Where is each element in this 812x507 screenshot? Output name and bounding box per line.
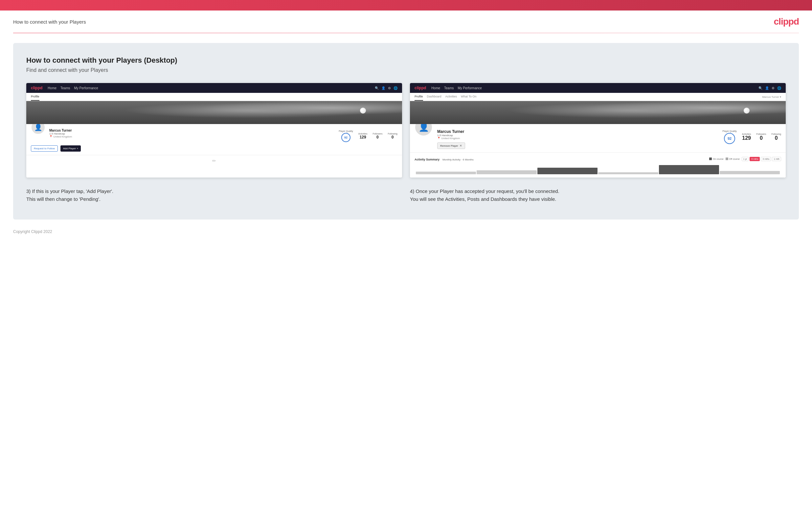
time-btn-1yr[interactable]: 1 yr	[742, 157, 749, 161]
activity-title: Activity Summary	[414, 158, 440, 161]
stat-value-following-2: 0	[775, 135, 778, 141]
top-bar	[0, 0, 812, 10]
nav-my-performance-1[interactable]: My Performance	[74, 86, 98, 90]
activity-controls: On course Off course 1 yr 6 mths 3 mths …	[709, 157, 781, 161]
tab-dashboard-2[interactable]: Dashboard	[427, 93, 442, 101]
profile-location-1: 📍 United Kingdom	[49, 135, 335, 138]
desc-text-2: 4) Once your Player has accepted your re…	[410, 187, 786, 203]
stat-following-1: Following 0	[388, 132, 398, 139]
main-heading: How to connect with your Players (Deskto…	[26, 56, 786, 65]
user-icon-2[interactable]: 👤	[765, 86, 769, 90]
stat-label-activities-2: Activities	[742, 133, 751, 135]
quality-circle-1: 92	[341, 133, 351, 142]
app-logo-1: clippd	[31, 86, 42, 90]
main-content: How to connect with your Players (Deskto…	[13, 43, 799, 220]
banner-image-2	[410, 101, 786, 124]
profile-handicap-1: 1-5 Handicap	[49, 132, 335, 135]
nav-teams-1[interactable]: Teams	[60, 86, 70, 90]
time-buttons: 1 yr 6 mths 3 mths 1 mth	[742, 157, 781, 161]
tab-activities-2[interactable]: Activities	[445, 93, 457, 101]
stat-activities-1: Activities 129	[358, 132, 367, 139]
svg-rect-1	[726, 158, 728, 160]
tab-profile-2[interactable]: Profile	[414, 93, 423, 101]
player-quality-label-2: Player Quality	[722, 130, 737, 132]
screenshot-bottom-1: ✏	[26, 155, 402, 166]
stat-following-2: Following 0	[771, 133, 781, 141]
screenshot-2: clippd Home Teams My Performance 🔍 👤 ⚙ 🌐…	[410, 83, 786, 177]
chart-bar-4	[598, 172, 658, 174]
page-title: How to connect with your Players	[13, 19, 86, 24]
nav-home-1[interactable]: Home	[48, 86, 56, 90]
settings-icon-1[interactable]: ⚙	[388, 86, 391, 90]
stat-followers-1: Followers 0	[372, 132, 383, 139]
chart-bar-6	[720, 171, 780, 174]
stat-value-activities-1: 129	[360, 135, 366, 139]
stat-value-followers-2: 0	[760, 135, 763, 141]
app-navbar-1: clippd Home Teams My Performance 🔍 👤 ⚙ 🌐	[26, 83, 402, 93]
desc-item-1: 3) If this is your Player tap, 'Add Play…	[26, 187, 402, 203]
app-tabbar-1: Profile	[26, 93, 402, 101]
search-icon-2[interactable]: 🔍	[758, 86, 762, 90]
legend-on-course: On course	[709, 158, 723, 160]
main-subheading: Find and connect with your Players	[26, 67, 786, 73]
stat-value-followers-1: 0	[376, 135, 379, 139]
player-quality-2: Player Quality 92	[722, 130, 737, 144]
remove-player-button[interactable]: Remove Player ✕	[437, 143, 465, 149]
stats-row-2: Player Quality 92 Activities 129 Followe…	[722, 130, 781, 144]
stat-value-activities-2: 129	[742, 135, 751, 141]
time-btn-6mths[interactable]: 6 mths	[750, 157, 760, 161]
globe-icon-1[interactable]: 🌐	[394, 86, 398, 90]
add-player-button[interactable]: Add Player +	[60, 146, 81, 152]
app-tabbar-2: Profile Dashboard Activities What To On …	[410, 93, 786, 101]
legend-dot-off-course	[726, 158, 728, 160]
copyright: Copyright Clippd 2022	[13, 229, 52, 234]
activity-title-group: Activity Summary Monthly Activity · 6 Mo…	[414, 156, 474, 162]
desc-item-2: 4) Once your Player has accepted your re…	[410, 187, 786, 203]
user-icon-1[interactable]: 👤	[382, 86, 385, 90]
logo: clippd	[774, 16, 799, 27]
stat-label-following-1: Following	[388, 132, 398, 135]
pencil-icon: ✏	[212, 158, 216, 163]
request-to-follow-button[interactable]: Request to Follow	[31, 146, 58, 152]
settings-icon-2[interactable]: ⚙	[772, 86, 774, 90]
location-icon-2: 📍	[437, 137, 441, 140]
app-navbar-2: clippd Home Teams My Performance 🔍 👤 ⚙ 🌐	[410, 83, 786, 93]
banner-image-1	[26, 101, 402, 124]
tab-what-to-on-2[interactable]: What To On	[461, 93, 476, 101]
avatar-icon-1: 👤	[34, 123, 42, 131]
profile-location-2: 📍 United Kingdom	[437, 137, 718, 140]
header: How to connect with your Players clippd	[0, 10, 812, 33]
footer: Copyright Clippd 2022	[0, 229, 812, 240]
screenshots-row: clippd Home Teams My Performance 🔍 👤 ⚙ 🌐…	[26, 83, 786, 177]
activity-header: Activity Summary Monthly Activity · 6 Mo…	[414, 156, 781, 162]
profile-section-1: 👤 Marcus Turner 1-5 Handicap 📍 United Ki…	[26, 124, 402, 155]
desc-text-1: 3) If this is your Player tap, 'Add Play…	[26, 187, 402, 203]
activity-summary: Activity Summary Monthly Activity · 6 Mo…	[410, 152, 786, 177]
chart-bar-1	[416, 172, 476, 174]
remove-x-icon: ✕	[460, 144, 462, 147]
search-icon-1[interactable]: 🔍	[375, 86, 379, 90]
activity-subtitle: Monthly Activity · 6 Months	[441, 158, 473, 161]
profile-name-2: Marcus Turner	[437, 129, 718, 134]
user-label-2: Marcus Turner ▾	[762, 94, 781, 100]
time-btn-3mths[interactable]: 3 mths	[761, 157, 771, 161]
app-nav-icons-1: 🔍 👤 ⚙ 🌐	[375, 86, 398, 90]
player-quality-label-1: Player Quality	[339, 130, 353, 132]
chart-bar-3	[538, 168, 598, 174]
stat-followers-2: Followers 0	[756, 133, 766, 141]
nav-my-performance-2[interactable]: My Performance	[458, 86, 481, 90]
svg-rect-0	[709, 158, 712, 160]
nav-home-2[interactable]: Home	[431, 86, 440, 90]
stat-label-activities-1: Activities	[358, 132, 367, 135]
time-btn-1mth[interactable]: 1 mth	[772, 157, 781, 161]
app-logo-2: clippd	[414, 86, 426, 90]
stat-label-followers-2: Followers	[756, 133, 766, 135]
stat-label-followers-1: Followers	[372, 132, 383, 135]
profile-info-1: Marcus Turner 1-5 Handicap 📍 United King…	[49, 127, 335, 138]
action-buttons-1: Request to Follow Add Player +	[31, 146, 398, 152]
stats-row-1: Player Quality 92 Activities 129 Followe…	[339, 130, 398, 142]
tab-profile-1[interactable]: Profile	[31, 93, 39, 101]
globe-icon-2[interactable]: 🌐	[777, 86, 781, 90]
chart-area	[414, 164, 781, 174]
nav-teams-2[interactable]: Teams	[444, 86, 454, 90]
